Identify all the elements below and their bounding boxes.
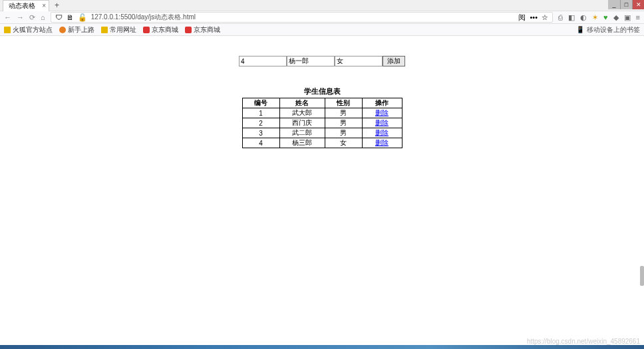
bookmark-label: 常用网址 [110,25,136,35]
tab-close-icon[interactable]: × [42,2,46,9]
cell-action: 删除 [362,128,402,138]
bookmark-label: 京东商城 [152,25,178,35]
cell-action: 删除 [362,138,402,148]
extension-icon[interactable]: ♥ [603,13,608,21]
delete-link[interactable]: 删除 [375,109,389,116]
address-bar: ← → ⟳ ⌂ 🛡 🗎 🔓 127.0.0.1:5500/day/js动态表格.… [0,11,644,24]
red-icon [185,27,192,33]
name-input[interactable] [287,56,335,66]
account-icon[interactable]: ◐ [580,13,587,22]
page-actions-icon[interactable]: ••• [530,13,538,21]
folder-icon [4,27,11,33]
cell-id: 3 [242,128,279,138]
gender-input[interactable] [335,56,383,66]
bookmark-item[interactable]: 新手上路 [59,25,94,35]
red-icon [143,27,150,33]
student-table: 编号 姓名 性别 操作 1武大郎男删除2西门庆男删除3武二郎男删除4杨三郎女删除 [242,98,402,148]
forward-button[interactable]: → [17,13,24,21]
header-id: 编号 [242,98,279,108]
input-row: 添加 [239,56,405,66]
cell-gender: 男 [325,108,362,118]
download-icon[interactable]: ✶ [592,13,598,22]
bookmark-label: 新手上路 [68,25,94,35]
window-minimize-button[interactable]: _ [608,0,620,9]
table-header-row: 编号 姓名 性别 操作 [242,98,402,108]
tab-bar: 动态表格 × + [0,0,644,11]
sidebar-icon[interactable]: ◧ [568,13,575,22]
id-input[interactable] [239,56,287,66]
reader-mode-icon[interactable]: 阅 [518,13,526,23]
table-row: 1武大郎男删除 [242,108,402,118]
back-button[interactable]: ← [4,13,11,21]
delete-link[interactable]: 删除 [375,129,389,136]
new-tab-button[interactable]: + [55,1,59,10]
bookmark-label: 京东商城 [194,25,220,35]
library-icon[interactable]: ⎙ [558,13,563,21]
cell-name: 武大郎 [279,108,325,118]
bookmarks-bar: 火狐官方站点新手上路常用网址京东商城京东商城 📱 移动设备上的书签 [0,24,644,36]
menu-icon[interactable]: ≡ [636,13,640,21]
url-box[interactable]: 🛡 🗎 🔓 127.0.0.1:5500/day/js动态表格.html 阅 •… [51,12,553,23]
bookmark-item[interactable]: 京东商城 [143,25,178,35]
delete-link[interactable]: 删除 [375,139,389,146]
cell-id: 2 [242,118,279,128]
cell-action: 删除 [362,118,402,128]
table-caption: 学生信息表 [304,86,341,96]
window-close-button[interactable]: ✕ [632,0,644,9]
table-row: 3武二郎男删除 [242,128,402,138]
bookmark-label: 火狐官方站点 [13,25,53,35]
mobile-bookmarks-link[interactable]: 移动设备上的书签 [587,25,640,35]
home-button[interactable]: ⌂ [41,13,45,21]
cell-name: 杨三郎 [279,138,325,148]
page-info-icon: 🗎 [67,13,74,21]
cell-gender: 女 [325,138,362,148]
cell-name: 西门庆 [279,118,325,128]
cell-gender: 男 [325,118,362,128]
bookmark-item[interactable]: 火狐官方站点 [4,25,53,35]
shield-icon: 🛡 [55,13,63,21]
orange-icon [59,27,66,33]
browser-tab[interactable]: 动态表格 × [3,0,49,11]
bookmark-item[interactable]: 京东商城 [185,25,220,35]
page-content: 添加 学生信息表 编号 姓名 性别 操作 1武大郎男删除2西门庆男删除3武二郎男… [0,36,644,148]
mobile-icon: 📱 [576,26,584,33]
table-row: 2西门庆男删除 [242,118,402,128]
cell-gender: 男 [325,128,362,138]
bookmark-item[interactable]: 常用网址 [101,25,136,35]
tab-title: 动态表格 [9,1,35,11]
delete-link[interactable]: 删除 [375,119,389,126]
cell-name: 武二郎 [279,128,325,138]
add-button[interactable]: 添加 [383,56,405,66]
reload-button[interactable]: ⟳ [29,13,35,22]
header-name: 姓名 [279,98,325,108]
cell-id: 4 [242,138,279,148]
extension2-icon[interactable]: ◆ [613,13,619,22]
header-action: 操作 [362,98,402,108]
pocket-icon[interactable]: ▣ [624,13,631,22]
cell-id: 1 [242,108,279,118]
window-maximize-button[interactable]: □ [620,0,632,9]
url-text: 127.0.0.1:5500/day/js动态表格.html [91,13,515,22]
cell-action: 删除 [362,108,402,118]
table-row: 4杨三郎女删除 [242,138,402,148]
bookmark-star-icon[interactable]: ☆ [542,13,548,22]
lock-icon: 🔓 [78,13,87,22]
header-gender: 性别 [325,98,362,108]
folder-icon [101,27,108,33]
